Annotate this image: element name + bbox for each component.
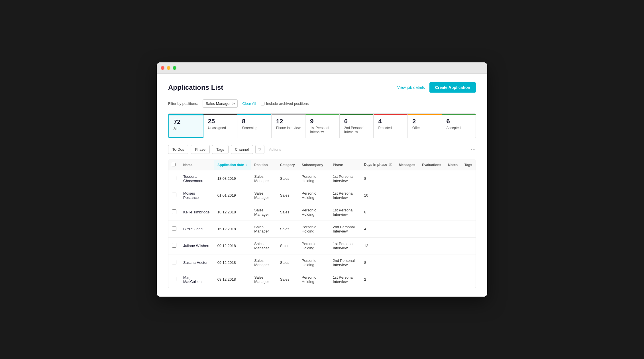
cell-messages (396, 237, 419, 254)
cell-messages (396, 254, 419, 271)
row-checkbox-3[interactable] (172, 226, 176, 231)
cell-position: Sales Manager (251, 254, 276, 271)
cell-tags (461, 221, 476, 237)
cell-position: Sales Manager (251, 204, 276, 221)
phase-name: Offer (412, 126, 437, 130)
col-header-position[interactable]: Position (251, 160, 276, 170)
info-icon: ⓘ (389, 163, 392, 166)
cell-notes (445, 221, 461, 237)
filter-icon-button[interactable]: ▽ (255, 145, 264, 154)
phase-num: 8 (242, 118, 267, 125)
cell-evaluations (419, 254, 445, 271)
cell-notes (445, 170, 461, 187)
close-dot[interactable] (161, 66, 164, 70)
phase-item-all[interactable]: 72 All (168, 114, 203, 138)
row-checkbox-2[interactable] (172, 209, 176, 214)
phase-name: Screening (242, 126, 267, 130)
toolbar: To-Dos Phase Tags Channel ▽ Actions ··· (168, 145, 476, 154)
col-header-phase[interactable]: Phase (329, 160, 361, 170)
cell-tags (461, 204, 476, 221)
cell-app_date: 09.12.2018 (214, 237, 251, 254)
phase-button[interactable]: Phase (191, 145, 210, 154)
table-row[interactable]: Marji MacCallion03.12.2018Sales ManagerS… (168, 271, 476, 288)
cell-name: Marji MacCallion (180, 271, 214, 288)
create-application-button[interactable]: Create Application (429, 82, 476, 93)
view-job-link[interactable]: View job details (397, 85, 425, 90)
more-options-button[interactable]: ··· (471, 146, 476, 152)
clear-all-link[interactable]: Clear All (242, 101, 256, 106)
phase-item-rejected[interactable]: 4 Rejected (374, 114, 408, 138)
phase-name: All (174, 127, 198, 130)
page-title: Applications List (168, 83, 223, 91)
table-body: Teodora Chasemoore13.08.2019Sales Manage… (168, 170, 476, 288)
phase-item-1st-personal-interview[interactable]: 9 1st Personal Interview (305, 114, 340, 138)
cell-position: Sales Manager (251, 221, 276, 237)
table-row[interactable]: Birdie Cadd15.12.2018Sales ManagerSalesP… (168, 221, 476, 237)
cell-position: Sales Manager (251, 271, 276, 288)
cell-app_date: 01.01.2019 (214, 187, 251, 204)
row-checkbox-4[interactable] (172, 243, 176, 248)
col-header-name[interactable]: Name (180, 160, 214, 170)
cell-name: Juliane Wilshere (180, 237, 214, 254)
row-checkbox-5[interactable] (172, 260, 176, 264)
cell-evaluations (419, 237, 445, 254)
archive-checkbox[interactable] (261, 102, 264, 105)
sort-arrow-icon: ↓ (246, 164, 247, 167)
table-row[interactable]: Sascha Hector09.12.2018Sales ManagerSale… (168, 254, 476, 271)
col-header-notes[interactable]: Notes (445, 160, 461, 170)
phase-name: Unassigned (208, 126, 233, 130)
cell-notes (445, 237, 461, 254)
col-header-messages[interactable]: Messages (396, 160, 419, 170)
cell-tags (461, 254, 476, 271)
maximize-dot[interactable] (173, 66, 176, 70)
table-row[interactable]: Moises Postance01.01.2019Sales ManagerSa… (168, 187, 476, 204)
archive-label[interactable]: Include archived positions (261, 101, 309, 106)
cell-app_date: 03.12.2018 (214, 271, 251, 288)
phase-item-screening[interactable]: 8 Screening (237, 114, 272, 138)
phase-name: Phone Interview (276, 126, 301, 130)
row-checkbox-6[interactable] (172, 277, 176, 281)
cell-messages (396, 170, 419, 187)
table-row[interactable]: Teodora Chasemoore13.08.2019Sales Manage… (168, 170, 476, 187)
cell-subcompany: Personio Holding (298, 237, 329, 254)
phase-name: 2nd Personal Interview (344, 126, 369, 134)
cell-category: Sales (277, 170, 298, 187)
phase-item-2nd-personal-interview[interactable]: 6 2nd Personal Interview (340, 114, 374, 138)
col-header-subcompany[interactable]: Subcompany (298, 160, 329, 170)
filter-tag-remove-icon[interactable]: ✕ (232, 102, 235, 106)
phase-name: Rejected (378, 126, 403, 130)
col-header-evaluations[interactable]: Evaluations (419, 160, 445, 170)
cell-category: Sales (277, 237, 298, 254)
cell-name: Kellie Timbridge (180, 204, 214, 221)
channel-button[interactable]: Channel (231, 145, 253, 154)
phase-item-offer[interactable]: 2 Offer (408, 114, 442, 138)
cell-subcompany: Personio Holding (298, 187, 329, 204)
cell-notes (445, 271, 461, 288)
select-all-checkbox[interactable] (172, 163, 176, 166)
col-header-app_date[interactable]: Application date ↓ (214, 160, 251, 170)
phase-item-phone-interview[interactable]: 12 Phone Interview (272, 114, 306, 138)
cell-tags (461, 271, 476, 288)
table-row[interactable]: Juliane Wilshere09.12.2018Sales ManagerS… (168, 237, 476, 254)
row-checkbox-1[interactable] (172, 193, 176, 197)
cell-messages (396, 204, 419, 221)
filter-label: Filter by positions: (168, 101, 198, 106)
cell-phase: 2nd Personal Interview (329, 221, 361, 237)
col-header-tags[interactable]: Tags (461, 160, 476, 170)
cell-phase: 1st Personal Interview (329, 237, 361, 254)
todos-button[interactable]: To-Dos (168, 145, 188, 154)
minimize-dot[interactable] (167, 66, 170, 70)
col-header-category[interactable]: Category (277, 160, 298, 170)
cell-days_in_phase: 8 (361, 254, 396, 271)
cell-category: Sales (277, 187, 298, 204)
tags-button[interactable]: Tags (212, 145, 228, 154)
phase-num: 4 (378, 118, 403, 125)
filter-tag[interactable]: Sales Manager ✕ ▾ (203, 99, 238, 108)
col-header-days_in_phase[interactable]: Days in phase ⓘ (361, 160, 396, 170)
row-checkbox-0[interactable] (172, 176, 176, 180)
phase-item-accepted[interactable]: 6 Accepted (442, 114, 476, 138)
cell-notes (445, 187, 461, 204)
table-row[interactable]: Kellie Timbridge18.12.2018Sales ManagerS… (168, 204, 476, 221)
cell-subcompany: Personio Holding (298, 221, 329, 237)
phase-item-unassigned[interactable]: 25 Unassigned (203, 114, 238, 138)
